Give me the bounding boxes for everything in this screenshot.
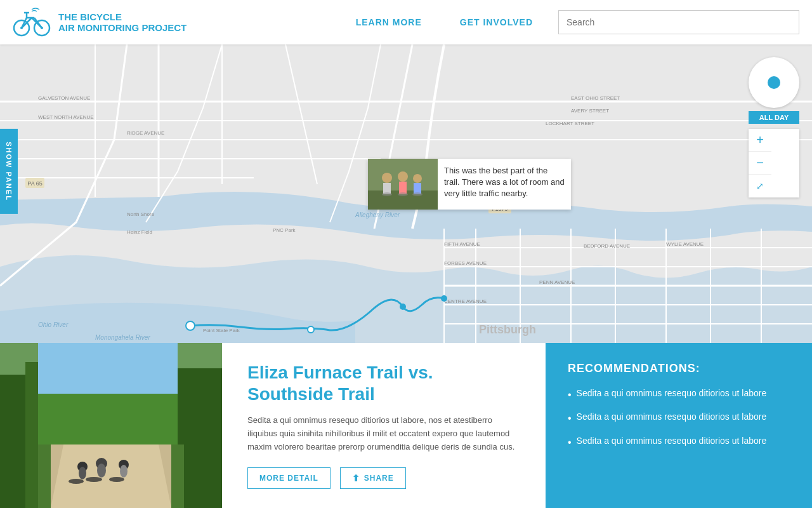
- show-panel-button[interactable]: SHOW PANEL: [0, 129, 18, 214]
- zoom-controls: + − ⤢: [749, 129, 799, 197]
- trail-description: Sedita a qui omnimus resequo ditiorios u…: [247, 414, 520, 453]
- svg-point-68: [382, 192, 392, 196]
- trail-photo: [0, 343, 222, 508]
- svg-text:BEDFORD AVENUE: BEDFORD AVENUE: [584, 243, 630, 249]
- svg-point-81: [69, 479, 84, 484]
- trail-title: Eliza Furnace Trail vs. Southside Trail: [247, 362, 520, 404]
- svg-text:LOCKHART STREET: LOCKHART STREET: [546, 121, 594, 126]
- show-panel-label: SHOW PANEL: [5, 142, 13, 201]
- share-button[interactable]: ⬆ SHARE: [340, 467, 406, 489]
- photo-panel: [0, 343, 222, 508]
- rec-bullet-3: •: [568, 436, 572, 450]
- rec-item-2: • Sedita a qui omnimus resequo ditiorios…: [568, 411, 790, 425]
- svg-text:RIDGE AVENUE: RIDGE AVENUE: [127, 130, 164, 136]
- svg-point-57: [308, 326, 314, 333]
- logo-text: THE BICYCLE AIR MONITORING PROJECT: [58, 11, 187, 33]
- logo-title: THE BICYCLE: [58, 11, 187, 22]
- recommendations-panel: RECOMMENDATIONS: • Sedita a qui omnimus …: [546, 343, 812, 508]
- svg-rect-89: [171, 444, 184, 508]
- svg-text:GALVESTON AVENUE: GALVESTON AVENUE: [38, 95, 90, 101]
- svg-point-84: [86, 477, 102, 482]
- site-header: THE BICYCLE AIR MONITORING PROJECT LEARN…: [0, 0, 812, 44]
- nav-get-involved[interactable]: GET INVOLVED: [460, 17, 533, 27]
- svg-point-66: [413, 174, 422, 183]
- svg-point-59: [441, 295, 447, 302]
- time-dot: [768, 76, 780, 89]
- logo-area[interactable]: THE BICYCLE AIR MONITORING PROJECT: [13, 6, 187, 38]
- main-nav: LEARN MORE GET INVOLVED: [356, 17, 533, 27]
- svg-rect-77: [38, 394, 178, 444]
- map-tooltip: This was the best part of the trail. The…: [368, 159, 571, 210]
- svg-text:EAST OHIO STREET: EAST OHIO STREET: [571, 95, 620, 101]
- action-buttons: MORE DETAIL ⬆ SHARE: [247, 467, 520, 489]
- rec-item-text-2: Sedita a qui omnimus resequo ditiorios u…: [577, 411, 767, 422]
- search-input[interactable]: [558, 10, 799, 34]
- svg-text:PENN AVENUE: PENN AVENUE: [539, 279, 575, 285]
- svg-point-58: [400, 304, 406, 310]
- more-detail-button[interactable]: MORE DETAIL: [247, 467, 331, 489]
- svg-text:AVERY STREET: AVERY STREET: [571, 108, 609, 114]
- svg-text:PNC Park: PNC Park: [273, 227, 296, 233]
- svg-text:Allegheny River: Allegheny River: [355, 211, 400, 218]
- rec-title: RECOMMENDATIONS:: [568, 362, 790, 375]
- svg-text:FIFTH AVENUE: FIFTH AVENUE: [444, 241, 480, 247]
- all-day-badge: ALL DAY: [749, 111, 799, 124]
- time-indicator: [749, 57, 799, 108]
- svg-text:FORBES AVENUE: FORBES AVENUE: [444, 260, 487, 266]
- logo-subtitle: AIR MONITORING PROJECT: [58, 22, 187, 33]
- svg-point-83: [97, 464, 106, 478]
- rec-list: • Sedita a qui omnimus resequo ditiorios…: [568, 388, 790, 450]
- svg-text:WYLIE AVENUE: WYLIE AVENUE: [666, 241, 704, 247]
- bottom-section: Eliza Furnace Trail vs. Southside Trail …: [0, 343, 812, 508]
- svg-text:North Shore: North Shore: [127, 211, 155, 217]
- map-area[interactable]: PA 65 I 1279 I 1579 GALVESTON AVENUE WES…: [0, 44, 812, 343]
- rec-bullet-1: •: [568, 388, 572, 402]
- svg-rect-74: [178, 368, 222, 508]
- svg-text:Pittsburgh: Pittsburgh: [479, 323, 536, 336]
- svg-rect-88: [38, 444, 51, 508]
- collapse-button[interactable]: ⤢: [749, 175, 771, 197]
- svg-point-80: [79, 467, 86, 479]
- svg-text:Ohio River: Ohio River: [38, 321, 69, 328]
- svg-text:WEST NORTH AVENUE: WEST NORTH AVENUE: [38, 114, 94, 120]
- share-icon: ⬆: [352, 473, 360, 483]
- svg-text:Point State Park: Point State Park: [203, 328, 240, 333]
- svg-text:PA 65: PA 65: [27, 180, 42, 187]
- tooltip-image: [368, 159, 438, 210]
- svg-marker-78: [51, 444, 171, 508]
- nav-learn-more[interactable]: LEARN MORE: [356, 17, 422, 27]
- svg-point-70: [412, 192, 422, 196]
- svg-point-87: [109, 477, 124, 482]
- zoom-in-button[interactable]: +: [749, 129, 771, 152]
- svg-point-86: [120, 465, 128, 478]
- rec-item-text-3: Sedita a qui omnimus resequo ditiorios u…: [577, 436, 767, 446]
- rec-item-1: • Sedita a qui omnimus resequo ditiorios…: [568, 388, 790, 402]
- rec-item-3: • Sedita a qui omnimus resequo ditiorios…: [568, 436, 790, 450]
- rec-bullet-2: •: [568, 411, 572, 425]
- svg-point-69: [398, 192, 408, 196]
- svg-point-62: [382, 173, 392, 183]
- map-controls: ALL DAY + − ⤢: [749, 57, 799, 197]
- rec-item-text-1: Sedita a qui omnimus resequo ditiorios u…: [577, 388, 767, 398]
- svg-text:CENTRE AVENUE: CENTRE AVENUE: [444, 298, 487, 304]
- tooltip-text: This was the best part of the trail. The…: [438, 159, 571, 210]
- svg-text:Monongahela River: Monongahela River: [95, 334, 150, 341]
- info-panel: Eliza Furnace Trail vs. Southside Trail …: [222, 343, 546, 508]
- svg-text:Heinz Field: Heinz Field: [127, 229, 152, 235]
- svg-point-64: [398, 171, 408, 182]
- zoom-out-button[interactable]: −: [749, 152, 771, 175]
- svg-point-56: [186, 321, 195, 330]
- bicycle-logo-icon: [13, 6, 51, 38]
